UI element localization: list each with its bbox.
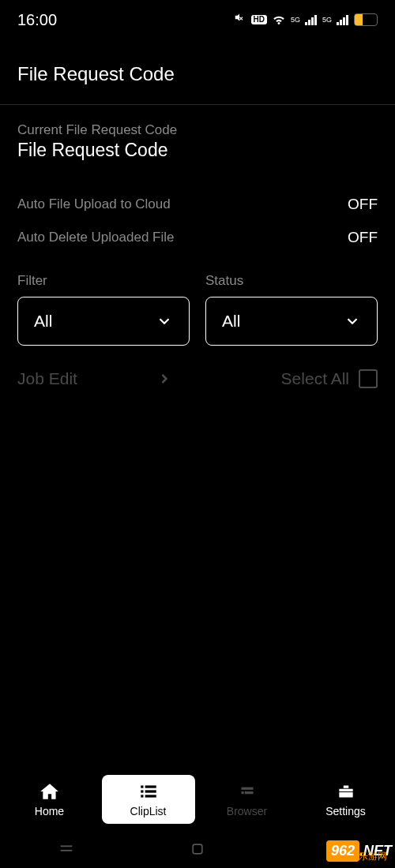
svg-rect-8 [141,785,143,788]
status-group: Status All [205,273,378,346]
svg-rect-6 [343,17,345,25]
signal-icon-2 [337,14,349,25]
network-5g-label-2: 5G [322,16,332,24]
status-value: All [222,312,240,331]
svg-rect-1 [308,20,310,25]
filters-row: Filter All Status All [0,254,395,346]
svg-rect-19 [193,844,202,854]
status-icons: HD 5G 5G 35 [232,13,378,27]
svg-rect-16 [241,791,243,794]
home-icon [40,781,60,802]
watermark-sub: 乐游网 [359,850,387,863]
chevron-down-icon [344,312,361,330]
mute-icon [232,13,246,27]
svg-rect-15 [244,791,253,794]
nav-home-label: Home [35,805,64,817]
toolbox-icon [336,781,356,802]
svg-rect-3 [314,15,317,25]
current-code-value: File Request Code [17,140,378,161]
status-dropdown[interactable]: All [205,297,378,346]
select-all-control[interactable]: Select All [281,369,378,388]
watermark: 962 .NET 乐游网 [326,840,392,862]
svg-rect-0 [305,22,307,25]
watermark-num: 962 [326,840,359,862]
battery-icon: 35 [354,13,378,26]
signal-icon [305,14,318,25]
home-nav-icon[interactable] [190,841,205,857]
auto-delete-row[interactable]: Auto Delete Uploaded File OFF [0,221,395,254]
clock: 16:00 [17,11,57,29]
auto-delete-label: Auto Delete Uploaded File [17,230,174,245]
svg-rect-9 [145,785,156,788]
list-icon [138,781,159,802]
status-label: Status [205,273,378,289]
svg-rect-4 [337,22,339,25]
page-title: File Request Code [0,36,395,104]
filter-value: All [34,312,52,331]
wifi-icon [272,13,286,27]
auto-upload-label: Auto File Upload to Cloud [17,196,171,212]
nav-cliplist[interactable]: ClipList [102,775,195,824]
nav-cliplist-label: ClipList [130,805,167,817]
recent-apps-icon[interactable] [58,840,75,858]
nav-home[interactable]: Home [3,775,96,824]
select-all-checkbox[interactable] [359,369,378,388]
svg-rect-11 [145,790,156,792]
status-bar: 16:00 HD 5G 5G 35 [0,0,395,36]
hd-badge: HD [251,15,267,24]
nav-browser[interactable]: Browser [201,775,294,824]
filter-dropdown[interactable]: All [17,297,190,346]
select-all-label: Select All [281,369,349,388]
chevron-down-icon [156,312,173,330]
svg-rect-2 [311,17,314,25]
auto-upload-row[interactable]: Auto File Upload to Cloud OFF [0,188,395,221]
chevron-right-icon [156,371,172,387]
svg-rect-14 [241,788,253,790]
svg-rect-5 [340,20,342,25]
current-code-section: Current File Request Code File Request C… [0,105,395,161]
svg-rect-7 [346,15,348,25]
filter-group: Filter All [17,273,190,346]
nav-settings-label: Settings [325,805,366,817]
network-5g-label: 5G [291,16,300,24]
nav-settings[interactable]: Settings [299,775,393,824]
svg-rect-13 [145,795,156,797]
job-edit-label: Job Edit [17,369,77,388]
svg-rect-10 [141,790,143,792]
bottom-nav: Home ClipList Browser Settings [0,769,395,830]
browser-icon [237,781,258,802]
auto-upload-value: OFF [348,196,378,213]
actions-row: Job Edit Select All [0,346,395,388]
filter-label: Filter [17,273,190,289]
job-edit-button[interactable]: Job Edit [17,369,172,388]
auto-delete-value: OFF [348,229,378,246]
svg-rect-12 [141,795,143,797]
nav-browser-label: Browser [227,805,267,817]
current-code-label: Current File Request Code [17,122,378,138]
